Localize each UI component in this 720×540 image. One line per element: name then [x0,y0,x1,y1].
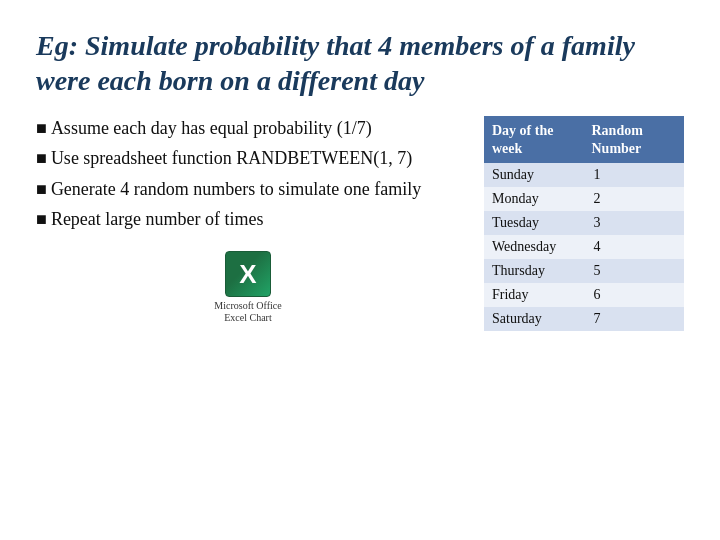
table-row: Sunday1 [484,163,684,187]
col-header-random: Random Number [584,116,685,163]
cell-day: Friday [484,283,584,307]
cell-day: Wednesday [484,235,584,259]
bullet-marker-2: ■ [36,146,47,170]
table-row: Saturday7 [484,307,684,331]
slide: Eg: Simulate probability that 4 members … [0,0,720,540]
table-header-row: Day of the week Random Number [484,116,684,163]
cell-day: Saturday [484,307,584,331]
table-row: Thursday5 [484,259,684,283]
table-row: Wednesday4 [484,235,684,259]
cell-number: 7 [584,307,685,331]
cell-number: 4 [584,235,685,259]
cell-number: 2 [584,187,685,211]
col-header-day: Day of the week [484,116,584,163]
bullet-2: ■ Use spreadsheet function RANDBETWEEN(1… [36,146,460,170]
content-area: ■ Assume each day has equal probability … [36,116,684,520]
table-body: Sunday1Monday2Tuesday3Wednesday4Thursday… [484,163,684,331]
cell-day: Monday [484,187,584,211]
bullet-marker-3: ■ [36,177,47,201]
slide-title: Eg: Simulate probability that 4 members … [36,28,684,98]
excel-label: Microsoft Office Excel Chart [214,300,281,324]
excel-icon-area: Microsoft Office Excel Chart [36,251,460,324]
cell-number: 6 [584,283,685,307]
bullet-text-1: Assume each day has equal probability (1… [51,116,460,140]
cell-day: Thursday [484,259,584,283]
bullets-panel: ■ Assume each day has equal probability … [36,116,460,324]
cell-day: Sunday [484,163,584,187]
bullet-3: ■ Generate 4 random numbers to simulate … [36,177,460,201]
bullet-text-4: Repeat large number of times [51,207,460,231]
table-row: Friday6 [484,283,684,307]
bullet-marker-4: ■ [36,207,47,231]
table-row: Monday2 [484,187,684,211]
table-area: Day of the week Random Number Sunday1Mon… [484,116,684,331]
table-row: Tuesday3 [484,211,684,235]
excel-icon [225,251,271,297]
bullet-text-2: Use spreadsheet function RANDBETWEEN(1, … [51,146,460,170]
bullet-text-3: Generate 4 random numbers to simulate on… [51,177,460,201]
cell-number: 3 [584,211,685,235]
bullet-4: ■ Repeat large number of times [36,207,460,231]
cell-number: 1 [584,163,685,187]
day-table: Day of the week Random Number Sunday1Mon… [484,116,684,331]
bullet-marker-1: ■ [36,116,47,140]
cell-number: 5 [584,259,685,283]
bullet-1: ■ Assume each day has equal probability … [36,116,460,140]
cell-day: Tuesday [484,211,584,235]
